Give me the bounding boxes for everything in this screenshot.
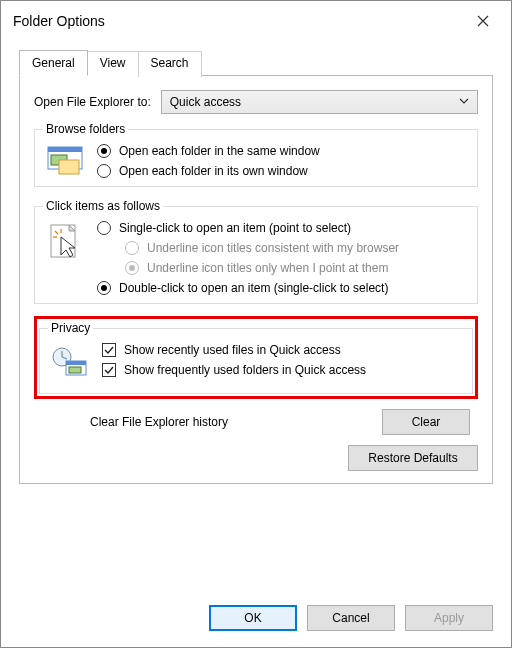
checkbox-frequent-folders-label: Show frequently used folders in Quick ac… <box>124 363 366 377</box>
clear-history-row: Clear File Explorer history Clear <box>90 409 470 435</box>
browse-folders-legend: Browse folders <box>43 122 128 136</box>
restore-defaults-row: Restore Defaults <box>34 445 478 471</box>
svg-rect-3 <box>59 160 79 174</box>
group-browse-folders: Browse folders Open each folde <box>34 122 478 187</box>
open-explorer-select[interactable]: Quick access <box>161 90 478 114</box>
radio-single-click[interactable]: Single-click to open an item (point to s… <box>97 221 469 235</box>
radio-own-window[interactable]: Open each folder in its own window <box>97 164 469 178</box>
radio-own-window-label: Open each folder in its own window <box>119 164 308 178</box>
svg-rect-13 <box>69 367 81 373</box>
click-items-legend: Click items as follows <box>43 199 163 213</box>
radio-icon <box>125 261 139 275</box>
open-explorer-label: Open File Explorer to: <box>34 95 151 109</box>
privacy-legend: Privacy <box>48 321 93 335</box>
dialog-footer: OK Cancel Apply <box>1 589 511 647</box>
document-cursor-icon <box>47 223 83 263</box>
radio-icon <box>97 144 111 158</box>
history-files-icon <box>50 345 90 385</box>
click-items-icon <box>43 221 87 263</box>
clear-history-label: Clear File Explorer history <box>90 415 228 429</box>
privacy-highlight: Privacy <box>34 316 478 399</box>
browse-folders-icon <box>43 144 87 178</box>
checkbox-icon <box>102 343 116 357</box>
svg-rect-1 <box>48 147 82 152</box>
radio-underline-browser: Underline icon titles consistent with my… <box>125 241 469 255</box>
radio-single-click-label: Single-click to open an item (point to s… <box>119 221 351 235</box>
check-icon <box>104 345 114 355</box>
radio-underline-browser-label: Underline icon titles consistent with my… <box>147 241 399 255</box>
radio-icon <box>97 164 111 178</box>
privacy-icon <box>48 343 92 385</box>
radio-icon <box>97 281 111 295</box>
tab-general[interactable]: General <box>19 50 88 76</box>
close-button[interactable] <box>465 7 501 35</box>
window-folder-icon <box>47 146 83 178</box>
apply-button[interactable]: Apply <box>405 605 493 631</box>
radio-double-click-label: Double-click to open an item (single-cli… <box>119 281 388 295</box>
tab-view[interactable]: View <box>88 51 139 77</box>
check-icon <box>104 365 114 375</box>
chevron-down-icon <box>459 95 469 109</box>
cancel-button[interactable]: Cancel <box>307 605 395 631</box>
ok-button[interactable]: OK <box>209 605 297 631</box>
restore-defaults-button[interactable]: Restore Defaults <box>348 445 478 471</box>
group-privacy: Privacy <box>39 321 473 394</box>
radio-same-window-label: Open each folder in the same window <box>119 144 320 158</box>
clear-button[interactable]: Clear <box>382 409 470 435</box>
checkbox-recent-files[interactable]: Show recently used files in Quick access <box>102 343 464 357</box>
tab-search[interactable]: Search <box>139 51 202 77</box>
window-title: Folder Options <box>13 13 105 29</box>
open-explorer-row: Open File Explorer to: Quick access <box>34 90 478 114</box>
group-click-items: Click items as follows <box>34 199 478 304</box>
radio-underline-point: Underline icon titles only when I point … <box>125 261 469 275</box>
checkbox-recent-files-label: Show recently used files in Quick access <box>124 343 341 357</box>
radio-underline-point-label: Underline icon titles only when I point … <box>147 261 388 275</box>
radio-same-window[interactable]: Open each folder in the same window <box>97 144 469 158</box>
checkbox-frequent-folders[interactable]: Show frequently used folders in Quick ac… <box>102 363 464 377</box>
svg-rect-12 <box>66 361 86 365</box>
folder-options-dialog: Folder Options General View Search Open … <box>0 0 512 648</box>
checkbox-icon <box>102 363 116 377</box>
tab-panel-general: Open File Explorer to: Quick access Brow… <box>19 75 493 484</box>
radio-icon <box>97 221 111 235</box>
close-icon <box>477 15 489 27</box>
titlebar: Folder Options <box>1 1 511 41</box>
radio-double-click[interactable]: Double-click to open an item (single-cli… <box>97 281 469 295</box>
dialog-body: General View Search Open File Explorer t… <box>1 41 511 589</box>
tab-strip: General View Search <box>19 49 493 75</box>
radio-icon <box>125 241 139 255</box>
open-explorer-value: Quick access <box>170 95 241 109</box>
